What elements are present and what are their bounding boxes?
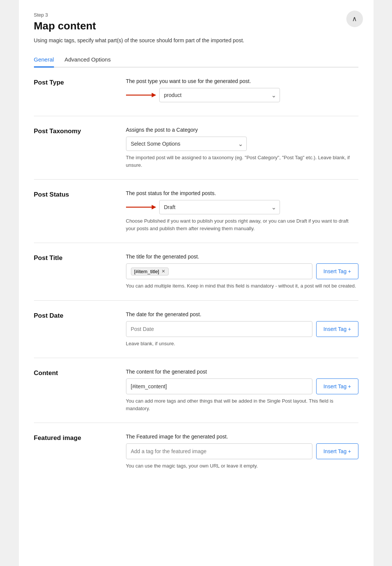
post-title-help: You can add multiple items. Keep in mind… xyxy=(126,282,358,290)
post-date-help: Leave blank, if unsure. xyxy=(126,340,358,348)
post-type-label: Post Type xyxy=(34,79,64,86)
post-type-select-wrapper: product post page ⌄ xyxy=(159,88,280,102)
post-type-select[interactable]: product post page xyxy=(159,88,280,102)
post-date-content: The date for the generated post. Insert … xyxy=(126,311,358,348)
post-status-content: The post status for the imported posts. … xyxy=(126,190,358,232)
post-taxonomy-help: The imported post will be assigned to a … xyxy=(126,154,358,169)
svg-marker-3 xyxy=(152,205,156,209)
svg-marker-1 xyxy=(152,93,156,97)
post-date-input[interactable] xyxy=(126,321,313,337)
page-title: Map content xyxy=(34,20,358,32)
post-taxonomy-section: Post Taxonomy Assigns the post to a Cate… xyxy=(34,116,358,180)
post-title-input-box[interactable]: [#item_title] ✕ xyxy=(126,263,313,279)
post-date-section: Post Date The date for the generated pos… xyxy=(34,301,358,358)
post-date-label-col: Post Date xyxy=(34,311,117,348)
post-taxonomy-select-wrapper: Select Some Options ⌄ xyxy=(126,137,247,151)
post-title-content: The title for the generated post. [#item… xyxy=(126,254,358,290)
tabs-container: General Advanced Options xyxy=(34,52,358,68)
featured-image-label: Featured image xyxy=(34,434,81,442)
featured-image-label-col: Featured image xyxy=(34,434,117,470)
post-title-label: Post Title xyxy=(34,254,63,262)
post-title-description: The title for the generated post. xyxy=(126,254,358,260)
post-title-label-col: Post Title xyxy=(34,254,117,290)
content-tag-value: [#item_content] xyxy=(131,383,167,389)
post-status-description: The post status for the imported posts. xyxy=(126,190,358,196)
tab-general[interactable]: General xyxy=(34,52,54,68)
featured-image-input[interactable] xyxy=(126,443,313,459)
post-title-insert-tag-button[interactable]: Insert Tag + xyxy=(316,263,358,279)
post-taxonomy-label: Post Taxonomy xyxy=(34,128,81,135)
post-status-help: Choose Published if you want to publish … xyxy=(126,217,358,232)
post-type-red-arrow xyxy=(126,91,156,99)
content-input-row: [#item_content] Insert Tag + xyxy=(126,378,358,394)
content-help: You can add more tags and other things t… xyxy=(126,397,358,412)
featured-image-help: You can use the magic tags, your own URL… xyxy=(126,462,358,470)
post-type-section: Post Type The post type you want to use … xyxy=(34,68,358,116)
post-type-label-col: Post Type xyxy=(34,78,117,105)
featured-image-input-row: Insert Tag + xyxy=(126,443,358,459)
post-status-red-arrow xyxy=(126,203,156,211)
post-title-tag-chip: [#item_title] ✕ xyxy=(131,268,169,275)
post-status-select-wrapper: Draft Published Pending Private ⌄ xyxy=(159,200,280,214)
post-taxonomy-description: Assigns the post to a Category xyxy=(126,127,358,133)
tab-advanced-options[interactable]: Advanced Options xyxy=(65,52,111,68)
content-input-box[interactable]: [#item_content] xyxy=(126,378,313,394)
post-status-label-col: Post Status xyxy=(34,190,117,232)
featured-image-content: The Featured image for the generated pos… xyxy=(126,434,358,470)
content-description: The content for the generated post xyxy=(126,369,358,375)
post-status-arrow-row: Draft Published Pending Private ⌄ xyxy=(126,200,358,214)
post-taxonomy-content: Assigns the post to a Category Select So… xyxy=(126,127,358,169)
featured-image-insert-tag-button[interactable]: Insert Tag + xyxy=(316,443,358,459)
page-description: Using magic tags, specify what part(s) o… xyxy=(34,37,358,43)
step-label: Step 3 xyxy=(34,12,358,18)
post-date-insert-tag-button[interactable]: Insert Tag + xyxy=(316,321,358,337)
content-section: Content The content for the generated po… xyxy=(34,358,358,423)
post-date-input-row: Insert Tag + xyxy=(126,321,358,337)
collapse-button[interactable]: ∧ xyxy=(346,11,363,27)
post-title-section: Post Title The title for the generated p… xyxy=(34,243,358,301)
post-date-description: The date for the generated post. xyxy=(126,311,358,317)
post-title-tag-value: [#item_title] xyxy=(134,269,159,274)
post-type-content: The post type you want to use for the ge… xyxy=(126,78,358,105)
post-taxonomy-label-col: Post Taxonomy xyxy=(34,127,117,169)
post-status-section: Post Status The post status for the impo… xyxy=(34,180,358,243)
post-taxonomy-select[interactable]: Select Some Options xyxy=(126,137,247,151)
post-status-select[interactable]: Draft Published Pending Private xyxy=(159,200,280,214)
content-label: Content xyxy=(34,369,58,377)
content-content: The content for the generated post [#ite… xyxy=(126,369,358,412)
content-insert-tag-button[interactable]: Insert Tag + xyxy=(316,378,358,394)
post-title-tag-remove[interactable]: ✕ xyxy=(161,269,165,274)
post-status-label: Post Status xyxy=(34,191,69,198)
featured-image-description: The Featured image for the generated pos… xyxy=(126,434,358,440)
chevron-up-icon: ∧ xyxy=(352,15,357,23)
post-date-label: Post Date xyxy=(34,312,63,320)
content-label-col: Content xyxy=(34,369,117,412)
post-type-description: The post type you want to use for the ge… xyxy=(126,78,358,84)
post-title-input-row: [#item_title] ✕ Insert Tag + xyxy=(126,263,358,279)
page-container: ∧ Step 3 Map content Using magic tags, s… xyxy=(19,0,374,566)
post-type-arrow-row: product post page ⌄ xyxy=(126,88,358,102)
featured-image-section: Featured image The Featured image for th… xyxy=(34,423,358,480)
